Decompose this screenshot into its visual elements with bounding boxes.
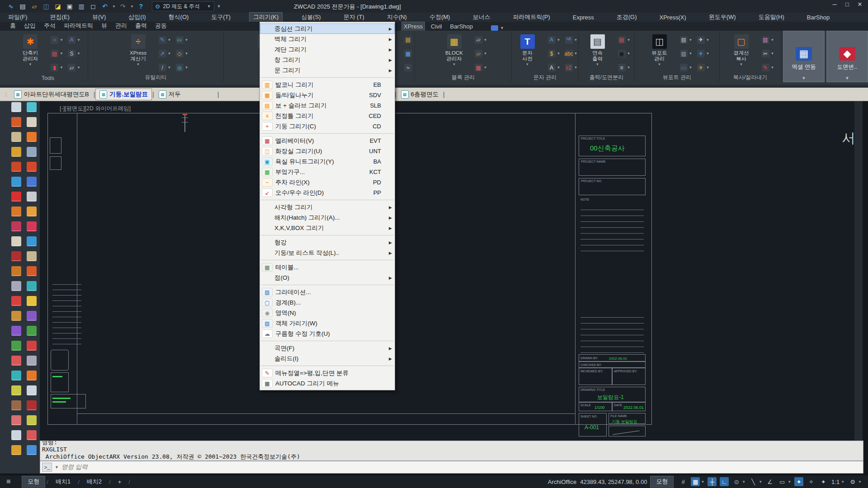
ribbon-small-button[interactable]: ᴬᴮ▼ [565,36,578,44]
tool-icon[interactable] [27,296,37,306]
ribbon-small-button[interactable]: ✈▼ [697,64,710,71]
save-as-icon[interactable]: ◪ [53,2,62,11]
tool-icon[interactable] [27,192,37,202]
ribbon-big-button[interactable]: T문자 사전▼ [513,34,542,66]
tool-icon[interactable] [27,162,37,172]
document-tab[interactable]: ▦아파트단위세대평면도B [10,89,93,100]
menubar-item[interactable]: 삽입(I) [125,13,149,22]
angle-icon[interactable]: ∠ [765,477,774,486]
model-space-button[interactable]: 모형 [651,476,673,487]
ribbon-tab[interactable]: 주석 [42,21,57,31]
tool-icon[interactable] [27,206,37,216]
ribbon-small-button[interactable]: ▦▼ [475,64,487,71]
annotation-visibility-icon[interactable]: ✦ [794,477,803,486]
close-button[interactable]: ✕ [855,1,864,8]
snap-grid-icon[interactable]: ▦▼ [691,477,704,486]
ribbon-big-button[interactable]: ▦BLOCK 관리자▼ [439,34,469,66]
ribbon-small-button[interactable]: ▤▼ [618,36,631,44]
draw-menu-item[interactable]: 중심선 그리기▶ [260,23,395,34]
tool-icon[interactable] [11,341,21,351]
ribbon-small-button[interactable]: ✎▼ [159,36,171,44]
redo-icon[interactable]: ↷ [118,2,127,11]
tool-icon[interactable] [27,266,37,276]
save-icon[interactable]: ◫ [42,2,51,11]
tool-icon[interactable] [11,400,21,410]
tool-icon[interactable] [27,385,37,395]
ribbon-small-button[interactable]: $▼ [548,50,561,57]
menubar-item[interactable]: 조경(G) [613,13,641,22]
tool-icon[interactable] [11,445,21,455]
annotation-scale-icon[interactable]: ✦ [819,477,828,486]
hamburger-menu-icon[interactable]: ≡ [6,478,10,486]
help-icon[interactable]: ? [137,2,146,11]
draw-menu-item[interactable]: ▧그라데이션... [260,287,395,297]
ribbon-small-button[interactable]: ▱▼ [475,36,487,44]
tool-icon[interactable] [11,371,21,380]
draw-menu-item[interactable]: ☁구름형 수정 기호(U) [260,328,395,339]
new-file-icon[interactable]: ▤ [18,2,27,11]
draw-menu-item[interactable]: 벽체 그리기▶ [260,34,395,44]
drawing-canvas[interactable]: [-][평면도][2D 와이어프레임] PROJECT TITLE 00신축공사… [40,101,863,441]
command-input[interactable]: 명령 입력 [61,463,88,471]
minimize-button[interactable]: ─ [830,1,839,8]
tool-icon[interactable] [27,236,37,246]
tool-icon[interactable] [11,132,21,142]
ribbon-small-button[interactable]: A▼ [68,36,80,44]
viewport-controls-label[interactable]: [-][평면도][2D 와이어프레임] [60,105,131,113]
ribbon-small-button[interactable]: S▼ [68,50,80,57]
grid-icon[interactable]: # [679,477,688,486]
annotation-scale-button[interactable]: 1:1 ▼ [831,479,844,485]
tool-icon[interactable] [27,400,37,410]
document-tab[interactable]: ▦저두 [155,89,217,100]
ribbon-small-button[interactable]: ▨▼ [680,50,693,57]
draw-menu-item[interactable]: ▨객체 가리기(W) [260,318,395,328]
tool-icon[interactable] [11,117,21,127]
draw-menu-item[interactable]: 형강▶ [260,237,395,248]
tool-icon[interactable] [27,281,37,291]
ribbon-small-button[interactable]: ▭▼ [680,64,693,71]
ribbon-small-button[interactable]: ✂▼ [762,50,774,57]
tool-icon[interactable] [11,415,21,425]
maximize-button[interactable]: □ [843,1,852,8]
tool-icon[interactable] [11,162,21,172]
tool-icon[interactable] [11,102,21,112]
layout-tab[interactable]: 배치1 [50,476,76,487]
tool-icon[interactable] [27,356,37,366]
ribbon-tab[interactable]: 출력 [133,21,149,31]
draw-menu-item[interactable]: ▦부엌가구...KCT [260,167,395,177]
menubar-item[interactable]: BarShop [803,14,834,21]
ribbon-tab[interactable]: XPress [402,22,425,31]
ribbon-small-button[interactable]: ▱▼ [475,50,487,57]
tool-icon[interactable] [11,147,21,157]
ribbon-tab[interactable]: 삽입 [22,21,38,31]
tool-icon[interactable] [11,296,21,306]
tool-icon[interactable] [27,311,37,321]
chevron-down-icon[interactable]: ▼ [802,76,806,80]
ribbon-small-button[interactable]: /▼ [159,64,171,71]
grip-icon[interactable]: :: [0,91,10,98]
ribbon-small-button[interactable]: ▱▼ [68,64,80,71]
settings-gear-icon[interactable]: ⚙▼ [848,477,862,486]
draw-menu-item[interactable]: ↙오수/우수 라인(D)PP [260,188,395,198]
draw-menu-item[interactable]: ▥발코니 그리기EB [260,80,395,90]
tool-icon[interactable] [27,102,37,112]
archioffice-button[interactable]: ArchiOffice [548,479,576,485]
ribbon-small-button[interactable]: c2▼ [565,64,578,71]
draw-menu-item[interactable]: 솔리드(I)▶ [260,353,395,364]
draw-menu-item[interactable]: ▤보 + 슬라브 그리기SLB [260,100,395,111]
draw-menu-item[interactable]: ◫화장실 그리기(U)UNT [260,146,395,156]
tool-icon[interactable] [27,326,37,336]
ribbon-tab[interactable]: Civil [429,22,444,31]
command-prompt-icon[interactable]: >_ [42,463,52,472]
polar-tracking-icon[interactable]: ┼ [708,477,717,486]
ribbon-small-button[interactable]: ▤ [404,36,412,44]
tool-icon[interactable] [11,385,21,395]
undo-caret-icon[interactable]: ▼ [112,5,116,9]
draw-menu-item[interactable]: 계단 그리기▶ [260,44,395,55]
menubar-item[interactable]: 도구(T) [208,13,234,22]
draw-menu-item[interactable]: ▢경계(B)... [260,297,395,308]
ribbon-small-button[interactable]: ▭▼ [176,36,189,44]
copy-icon[interactable]: ▣ [65,2,74,11]
workspace-dropdown-icon[interactable]: ▼ [217,4,221,9]
ribbon-extra-button[interactable]: ▼ [491,25,504,31]
